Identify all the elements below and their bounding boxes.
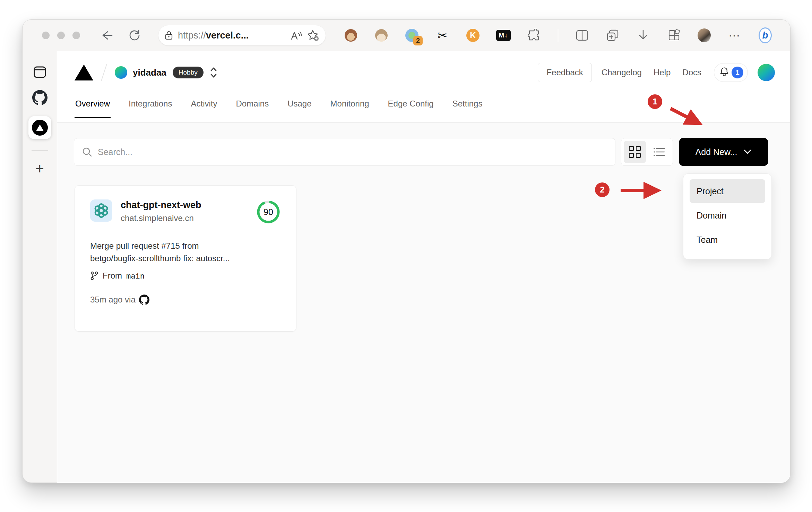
team-switcher-button[interactable] [209,67,218,78]
docs-link[interactable]: Docs [682,68,701,77]
project-domain[interactable]: chat.simplenaive.cn [121,213,256,223]
project-favicon [90,199,112,222]
team-name[interactable]: yidadaa [133,67,166,78]
branch-prefix: From [103,271,122,281]
changelog-link[interactable]: Changelog [602,68,642,77]
sloth-icon [375,29,388,42]
list-view-button[interactable] [648,141,670,163]
dropdown-item-domain[interactable]: Domain [690,204,765,227]
commit-line-2: betgo/bugfix-scrollthumb fix: autoscr... [90,252,281,265]
annotation-step-1: 1 [648,94,662,109]
dashboard-tabs: Overview Integrations Activity Domains U… [57,94,790,118]
back-button[interactable] [100,30,113,41]
lock-icon [165,31,173,40]
read-aloud-icon[interactable] [290,30,302,41]
zoom-window-button[interactable] [72,32,80,39]
speed-insights-score[interactable]: 90 [256,199,281,224]
tampermonkey-extension-icon[interactable] [344,29,357,42]
refresh-icon [129,29,140,41]
split-screen-button[interactable] [576,29,589,42]
sloth-extension-icon[interactable] [375,29,388,42]
refresh-button[interactable] [129,29,140,41]
chevron-down-icon [743,149,752,155]
tab-integrations[interactable]: Integrations [128,94,173,118]
address-bar[interactable]: https://vercel.c... [158,25,326,45]
grid-view-icon [629,146,641,158]
url-text: https://vercel.c... [178,30,249,41]
extensions-menu-button[interactable] [527,29,541,42]
vercel-logo[interactable] [75,65,93,80]
collections-button[interactable] [606,29,619,42]
plan-badge: Hobby [173,67,204,78]
help-link[interactable]: Help [654,68,671,77]
branch-name: main [126,272,145,280]
browser-toolbar: https://vercel.c... 2 ✂ K M↓ [23,20,790,51]
apps-grid-icon [667,29,680,42]
project-card[interactable]: chat-gpt-next-web chat.simplenaive.cn 90 [75,185,296,332]
project-name[interactable]: chat-gpt-next-web [121,199,256,211]
feedback-button[interactable]: Feedback [538,63,591,82]
commit-line-1: Merge pull request #715 from [90,240,281,252]
k-icon: K [466,29,480,42]
toolbar-extensions: 2 ✂ K M↓ [344,29,774,42]
tab-edge-config[interactable]: Edge Config [387,94,434,118]
bing-chat-button[interactable]: b [759,29,772,42]
grid-view-button[interactable] [624,141,646,163]
toolbar-divider [558,29,558,42]
url-host: vercel.c... [206,30,249,41]
dropdown-item-team[interactable]: Team [690,228,765,251]
git-branch-icon [90,271,98,281]
proxy-extension-icon[interactable]: 2 [405,29,418,42]
vercel-page: yidadaa Hobby Feedback Changelog Help Do… [57,51,790,483]
markdown-download-extension-icon[interactable]: M↓ [497,29,510,42]
tab-settings[interactable]: Settings [452,94,483,118]
browser-profile-button[interactable] [698,29,711,42]
controls-row: Add New... [74,138,772,166]
user-avatar[interactable] [758,64,775,81]
settings-more-button[interactable]: ⋯ [728,29,741,42]
puzzle-icon [527,29,541,42]
tab-overview[interactable]: Overview [75,94,111,118]
openai-logo-icon [93,203,109,219]
browser-window: https://vercel.c... 2 ✂ K M↓ [22,19,791,483]
scissors-extension-icon[interactable]: ✂ [436,29,449,42]
window-body: + yidadaa Hobby Feedback [23,51,790,483]
bing-icon: b [759,27,772,43]
view-toggle [621,138,673,166]
tab-domains[interactable]: Domains [235,94,269,118]
tab-activity[interactable]: Activity [190,94,218,118]
window-controls [42,32,80,39]
downloads-button[interactable] [637,29,650,42]
tab-monitoring[interactable]: Monitoring [330,94,370,118]
project-meta: chat-gpt-next-web chat.simplenaive.cn [121,199,256,223]
search-input[interactable] [98,147,607,157]
minimize-window-button[interactable] [57,32,65,39]
vercel-favicon [32,120,48,136]
project-card-top: chat-gpt-next-web chat.simplenaive.cn 90 [90,199,281,224]
browser-essentials-button[interactable] [667,29,680,42]
sidebar-panel-icon[interactable] [33,66,47,79]
download-icon [638,29,649,42]
add-new-button[interactable]: Add New... [679,138,768,166]
annotation-step-2: 2 [595,182,610,197]
branch-row: From main [90,271,281,281]
new-tab-button[interactable]: + [35,162,44,176]
favorite-star-icon[interactable] [307,29,319,41]
tab-usage[interactable]: Usage [287,94,312,118]
close-window-button[interactable] [42,32,50,39]
dropdown-item-project[interactable]: Project [690,179,765,203]
vercel-tab-active[interactable] [28,116,51,139]
add-new-dropdown: Project Domain Team [683,173,772,259]
score-value: 90 [256,199,281,224]
notifications-button[interactable]: 1 [714,63,748,82]
browser-sidebar: + [23,51,57,483]
commit-message[interactable]: Merge pull request #715 from betgo/bugfi… [90,240,281,265]
k-extension-icon[interactable]: K [466,29,480,42]
back-arrow-icon [100,30,113,41]
header-top-row: yidadaa Hobby Feedback Changelog Help Do… [57,51,790,94]
collections-icon [606,29,619,42]
deployment-time: 35m ago via [90,295,136,305]
github-icon [139,295,149,305]
github-tab-icon[interactable] [32,90,47,105]
deployment-time-row: 35m ago via [90,295,281,305]
